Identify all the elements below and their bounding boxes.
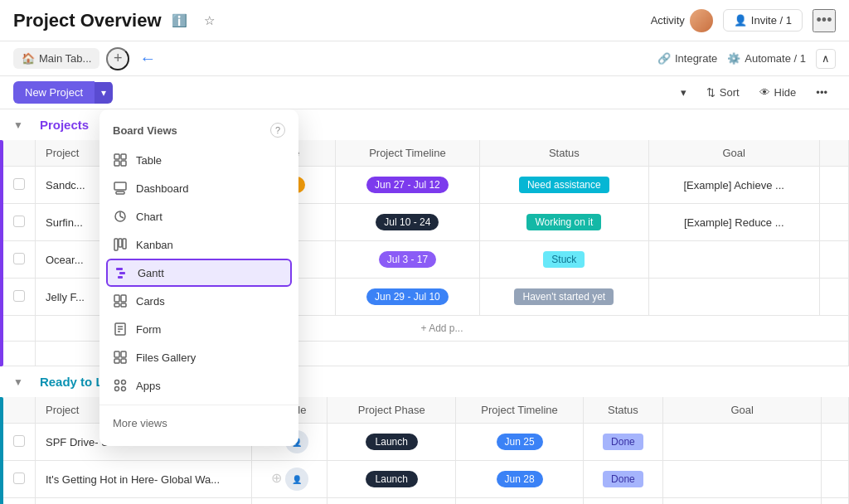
timeline-tag: Jun 25: [497, 434, 543, 450]
more-views-link[interactable]: More views: [99, 410, 298, 436]
timeline-cell: Jun 27 - Jul 12: [335, 167, 479, 204]
filter-dropdown[interactable]: ▾: [672, 82, 695, 103]
status-cell: Working on it: [479, 204, 648, 241]
phase-cell: Launch: [327, 461, 456, 498]
view-chart[interactable]: Chart: [99, 202, 298, 230]
row-checkbox[interactable]: [3, 461, 36, 498]
goal-cell: [648, 279, 819, 316]
view-chart-label: Chart: [136, 211, 163, 223]
activity-button[interactable]: Activity: [651, 9, 713, 32]
kanban-icon: [113, 237, 128, 252]
cards-icon: [113, 293, 128, 308]
dashboard-icon: [113, 181, 128, 196]
integrate-button[interactable]: 🔗 Integrate: [657, 52, 717, 65]
svg-rect-13: [114, 295, 119, 302]
extra-cell: [822, 498, 849, 505]
invite-button[interactable]: 👤 Invite / 1: [723, 9, 803, 32]
svg-point-26: [122, 380, 126, 385]
timeline-cell: Jul 3 - 17: [335, 241, 479, 279]
automate-label: Automate / 1: [745, 52, 806, 65]
view-gantt[interactable]: Gantt: [106, 259, 292, 287]
goal-cell: [663, 461, 822, 498]
header-right: Activity 👤 Invite / 1 •••: [651, 9, 836, 32]
user-avatar: [690, 9, 713, 32]
goal-cell: [Example] Achieve ...: [663, 498, 822, 505]
svg-rect-21: [114, 351, 119, 357]
view-table-label: Table: [136, 154, 162, 167]
status-cell: Done: [583, 424, 662, 461]
phase-tag: Launch: [366, 434, 418, 450]
new-project-button[interactable]: New Project ▾: [13, 81, 113, 104]
star-icon-button[interactable]: ☆: [198, 9, 221, 32]
view-gantt-label: Gantt: [138, 267, 164, 279]
view-dashboard[interactable]: Dashboard: [99, 174, 298, 202]
more-options-button[interactable]: •••: [813, 9, 836, 32]
sort-icon: ⇅: [706, 86, 716, 99]
checkbox-header: [3, 397, 36, 424]
hide-label: Hide: [774, 86, 797, 99]
extra-cell: [819, 279, 848, 316]
home-icon: 🏠: [22, 52, 35, 65]
svg-rect-7: [114, 239, 118, 250]
activity-label: Activity: [651, 14, 685, 27]
svg-rect-24: [121, 359, 126, 363]
extra-col-header: [819, 140, 848, 167]
projects-collapse-icon[interactable]: ▼: [13, 119, 23, 131]
row-checkbox[interactable]: [3, 279, 36, 316]
view-table[interactable]: Table: [99, 146, 298, 174]
collapse-button[interactable]: ∧: [816, 49, 836, 69]
svg-rect-3: [121, 161, 126, 166]
svg-rect-2: [114, 161, 119, 166]
timeline-cell: Jul 5 - 12: [456, 498, 583, 505]
project-name-cell: It's Getting Hot in Here- Global Wa...: [36, 461, 252, 498]
panel-info-icon[interactable]: ?: [270, 123, 285, 138]
row-checkbox[interactable]: [3, 204, 36, 241]
status-cell: Haven't started yet: [479, 279, 648, 316]
more-actions-button[interactable]: •••: [808, 82, 836, 103]
timeline-cell: Jun 25: [456, 424, 583, 461]
extra-cell: [819, 204, 848, 241]
divider: [99, 405, 298, 405]
view-files-gallery-label: Files Gallery: [136, 351, 196, 364]
svg-rect-16: [121, 303, 126, 307]
phase-col-header: Project Phase: [327, 397, 456, 424]
status-cell: Need assistance: [479, 167, 648, 204]
add-tab-button[interactable]: +: [106, 47, 129, 70]
svg-rect-0: [114, 154, 119, 159]
header: Project Overview ℹ️ ☆ Activity 👤 Invite …: [0, 0, 849, 41]
timeline-cell: Jun 28: [456, 461, 583, 498]
timeline-col-header: Project Timeline: [335, 140, 479, 167]
row-checkbox[interactable]: [3, 241, 36, 279]
sort-button[interactable]: ⇅ Sort: [698, 82, 748, 103]
avatar: 👤: [285, 468, 308, 491]
toolbar: 🏠 Main Tab... + ← 🔗 Integrate ⚙️ Automat…: [0, 41, 849, 76]
phase-tag: Launch: [366, 471, 418, 487]
info-icon-button[interactable]: ℹ️: [168, 9, 192, 32]
row-checkbox[interactable]: [3, 424, 36, 461]
people-cell: ⊕ 👤: [252, 461, 327, 498]
table-row: It's Getting Hot in Here- Global Wa... ⊕…: [3, 461, 849, 498]
new-project-dropdown-icon[interactable]: ▾: [95, 82, 113, 104]
view-apps[interactable]: Apps: [99, 371, 298, 400]
view-kanban[interactable]: Kanban: [99, 230, 298, 259]
goal-cell: [Example] Achieve ...: [648, 167, 819, 204]
timeline-cell: Jul 10 - 24: [335, 204, 479, 241]
add-people-icon[interactable]: ⊕: [271, 471, 282, 485]
main-tab[interactable]: 🏠 Main Tab...: [13, 48, 99, 69]
row-checkbox[interactable]: [3, 167, 36, 204]
row-checkbox[interactable]: [3, 498, 36, 505]
hide-icon: 👁: [759, 86, 770, 99]
action-bar: New Project ▾ ▾ ⇅ Sort 👁 Hide •••: [0, 76, 849, 109]
automate-button[interactable]: ⚙️ Automate / 1: [727, 52, 806, 65]
hide-button[interactable]: 👁 Hide: [751, 82, 805, 103]
svg-rect-10: [116, 268, 123, 270]
apps-icon: [113, 378, 128, 393]
status-col-header: Status: [479, 140, 648, 167]
view-files-gallery[interactable]: Files Gallery: [99, 343, 298, 371]
extra-col-header: [822, 397, 849, 424]
view-form[interactable]: Form: [99, 315, 298, 343]
svg-rect-8: [119, 239, 122, 247]
view-cards[interactable]: Cards: [99, 287, 298, 315]
board-views-panel: Board Views ? Table Dashboard Chart: [99, 109, 298, 446]
ready-collapse-icon[interactable]: ▼: [13, 376, 23, 388]
